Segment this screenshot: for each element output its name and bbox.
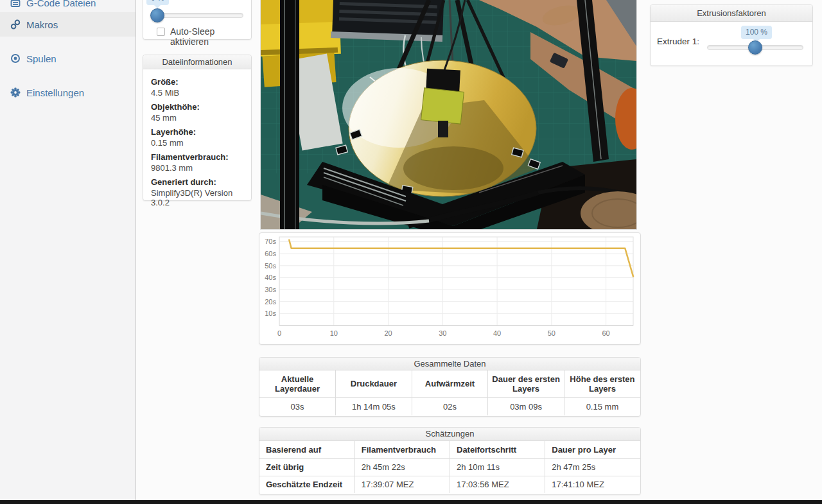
file-info-value: 0.15 mm xyxy=(151,138,243,148)
link-icon xyxy=(10,19,21,30)
extrusion-factors-panel: Extrusionsfaktoren Extruder 1: 100 % xyxy=(650,4,813,66)
sidebar-item-label: Spulen xyxy=(26,53,57,64)
file-info-label: Layerhöhe: xyxy=(151,127,243,137)
extrusion-factors-title: Extrusionsfaktoren xyxy=(651,5,812,22)
column-header: Höhe des ersten Layers xyxy=(564,370,640,397)
sleep-slider-tooltip: 0 % xyxy=(146,0,169,5)
extruder-slider-tooltip: 100 % xyxy=(741,26,772,39)
sidebar-item-spulen[interactable]: Spulen xyxy=(0,46,136,71)
gear-icon xyxy=(10,87,21,98)
cell-current-layer-time: 03s xyxy=(259,397,336,415)
svg-text:60: 60 xyxy=(602,329,609,337)
cell: 2h 10m 11s xyxy=(450,458,545,476)
svg-text:50s: 50s xyxy=(265,262,276,270)
sleep-slider-handle[interactable] xyxy=(150,8,164,22)
auto-sleep-checkbox[interactable] xyxy=(157,28,165,36)
collected-data-table: Aktuelle Layerdauer Druckdauer Aufwärmze… xyxy=(259,370,640,415)
column-header: Filamentverbrauch xyxy=(354,441,450,458)
svg-text:10: 10 xyxy=(330,329,338,337)
sleep-slider-track[interactable] xyxy=(152,13,243,18)
column-header: Basierend auf xyxy=(259,441,354,458)
webcam-image xyxy=(261,0,636,229)
column-header: Aufwärmzeit xyxy=(412,370,488,397)
estimates-panel: Schätzungen Basierend auf Filamentverbra… xyxy=(259,427,641,495)
estimates-table: Basierend auf Filamentverbrauch Dateifor… xyxy=(259,441,640,493)
collected-data-title: Gesammelte Daten xyxy=(259,358,640,370)
column-header: Dateifortschritt xyxy=(450,441,545,458)
sidebar-item-makros[interactable]: Makros xyxy=(0,12,136,37)
svg-text:40: 40 xyxy=(493,329,501,337)
svg-text:30s: 30s xyxy=(265,286,276,293)
file-info-title: Dateiinformationen xyxy=(143,55,251,69)
layer-time-chart-panel: 10s20s30s40s50s60s70s0102030405060 xyxy=(259,232,641,345)
cell-warmup-time: 02s xyxy=(412,397,488,415)
gcode-files-icon xyxy=(10,0,21,8)
file-info-value: 9801.3 mm xyxy=(151,163,243,173)
spool-icon xyxy=(10,53,21,64)
bottom-bar xyxy=(0,500,822,504)
sidebar-item-einstellungen[interactable]: Einstellungen xyxy=(0,80,136,105)
svg-text:0: 0 xyxy=(277,329,281,337)
sidebar-item-label: Einstellungen xyxy=(26,87,84,98)
table-row: Geschätzte Endzeit 17:39:07 MEZ 17:03:56… xyxy=(259,476,640,493)
extruder-slider-handle[interactable] xyxy=(748,40,762,55)
file-info-label: Größe: xyxy=(151,77,243,87)
svg-text:60s: 60s xyxy=(265,250,276,257)
cell: 2h 47m 25s xyxy=(545,458,640,476)
svg-text:70s: 70s xyxy=(265,238,276,245)
svg-text:20s: 20s xyxy=(265,298,276,306)
sidebar: G-Code Dateien Makros Spulen Einstellung… xyxy=(0,0,136,500)
column-header: Aktuelle Layerdauer xyxy=(259,370,336,397)
file-info-label: Objekthöhe: xyxy=(151,102,243,112)
table-row: 03s 1h 14m 05s 02s 03m 09s 0.15 mm xyxy=(259,397,640,415)
column-header: Dauer des ersten Layers xyxy=(488,370,564,397)
cell-first-layer-height: 0.15 mm xyxy=(564,397,640,415)
file-info-value: 45 mm xyxy=(151,113,243,123)
svg-text:30: 30 xyxy=(439,329,446,337)
svg-text:20: 20 xyxy=(384,329,392,337)
row-label-time-left: Zeit übrig xyxy=(259,458,354,476)
cell: 17:39:07 MEZ xyxy=(354,476,450,493)
cell: 17:03:56 MEZ xyxy=(450,476,545,493)
svg-text:40s: 40s xyxy=(265,274,276,281)
row-label-end-time: Geschätzte Endzeit xyxy=(259,476,354,493)
cell: 17:41:10 MEZ xyxy=(545,476,640,493)
sidebar-item-label: G-Code Dateien xyxy=(26,0,96,8)
layer-time-chart: 10s20s30s40s50s60s70s0102030405060 xyxy=(259,233,642,345)
auto-sleep-label: Auto-Sleep aktivieren xyxy=(170,26,251,47)
svg-text:50: 50 xyxy=(548,329,555,337)
cell: 2h 45m 22s xyxy=(354,458,450,476)
extruder-1-label: Extruder 1: xyxy=(657,37,699,46)
svg-text:10s: 10s xyxy=(265,309,276,317)
estimates-title: Schätzungen xyxy=(259,428,640,441)
cell-print-time: 1h 14m 05s xyxy=(336,397,412,415)
cell-first-layer-time: 03m 09s xyxy=(488,397,564,415)
file-info-value: Simplify3D(R) Version 3.0.2 xyxy=(151,188,243,207)
file-info-panel: Dateiinformationen Größe: 4.5 MiB Objekt… xyxy=(143,55,252,201)
auto-sleep-panel: 0 % Auto-Sleep aktivieren xyxy=(143,0,252,40)
sidebar-item-label: Makros xyxy=(26,19,58,30)
webcam-feed xyxy=(260,0,637,230)
file-info-label: Filamentverbrauch: xyxy=(151,152,243,162)
column-header: Druckdauer xyxy=(336,370,412,397)
column-header: Dauer pro Layer xyxy=(545,441,640,458)
file-info-label: Generiert durch: xyxy=(151,177,243,187)
file-info-value: 4.5 MiB xyxy=(151,88,243,98)
table-row: Zeit übrig 2h 45m 22s 2h 10m 11s 2h 47m … xyxy=(259,458,640,476)
collected-data-panel: Gesammelte Daten Aktuelle Layerdauer Dru… xyxy=(259,357,641,417)
app-window: G-Code Dateien Makros Spulen Einstellung… xyxy=(0,0,822,504)
